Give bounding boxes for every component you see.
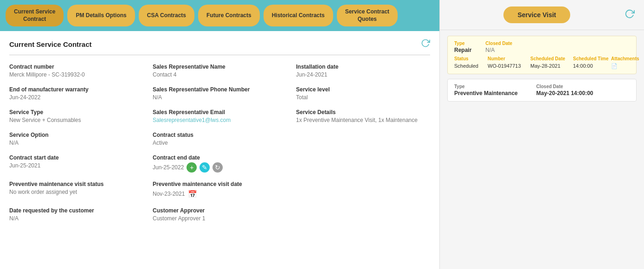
card1-table-row: Scheduled WO-01947713 May-28-2021 14:00:… xyxy=(454,63,630,69)
service-type-label: Service Type xyxy=(9,109,143,115)
sales-rep-phone-field: Sales Representative Phone Number N/A xyxy=(153,86,287,101)
card2-closed-date-value: May-20-2021 14:00:00 xyxy=(536,90,593,96)
content-area: Current Service Contract Contract number… xyxy=(0,31,439,269)
service-visit-button[interactable]: Service Visit xyxy=(503,6,570,23)
right-refresh-button[interactable] xyxy=(625,9,635,21)
right-header: Service Visit xyxy=(440,0,644,30)
tab-pm-details-options[interactable]: PM Details Options xyxy=(67,5,135,26)
card1-top-row: Type Repair Closed Date N/A xyxy=(454,41,630,53)
installation-date-value: Jun-24-2021 xyxy=(296,71,430,78)
tab-historical-contracts[interactable]: Historical Contracts xyxy=(264,5,333,26)
number-col-header: Number xyxy=(488,56,529,61)
service-option-field: Service Option N/A xyxy=(9,132,143,146)
pm-visit-date-actions: Nov-23-2021 📅 xyxy=(153,189,287,199)
contract-end-value: Jun-25-2022 xyxy=(153,164,184,171)
service-details-field: Service Details 1x Preventive Maintenanc… xyxy=(296,109,430,123)
contract-end-field: Contract end date Jun-25-2022 + ✎ ↻ xyxy=(153,154,287,173)
contract-number-field: Contract number Merck Millipore - SC-319… xyxy=(9,64,143,78)
sales-rep-email-field: Sales Representative Email Salesrepresen… xyxy=(153,109,287,123)
end-warranty-value: Jun-24-2022 xyxy=(9,94,143,101)
card1-closed-date-label: Closed Date xyxy=(485,41,512,46)
service-card-pm: Type Preventive Maintenance Closed Date … xyxy=(447,79,637,102)
service-details-label: Service Details xyxy=(296,109,430,115)
sales-rep-email-value[interactable]: Salesrepresentative1@lws.com xyxy=(153,117,287,123)
contract-start-label: Contract start date xyxy=(9,154,143,161)
tab-csa-contracts[interactable]: CSA Contracts xyxy=(139,5,194,26)
attachments-cell[interactable]: 📄 xyxy=(611,63,639,69)
pm-visit-status-label: Preventive maintenance visit status xyxy=(9,181,143,187)
section-refresh-button[interactable] xyxy=(421,38,430,50)
top-nav: Current Service Contract PM Details Opti… xyxy=(0,0,439,31)
card1-table-headers: Status Number Scheduled Date Scheduled T… xyxy=(454,56,630,61)
card2-closed-date-field: Closed Date May-20-2021 14:00:00 xyxy=(536,84,593,96)
customer-approver-field: Customer Approver Customer Approver 1 xyxy=(153,207,287,222)
installation-date-label: Installation date xyxy=(296,64,430,70)
contract-status-field: Contract status Active xyxy=(153,132,287,146)
service-details-value: 1x Preventive Maintenance Visit, 1x Main… xyxy=(296,117,430,123)
right-panel: Service Visit Type Repair Closed Date N/… xyxy=(440,0,644,269)
tab-future-contracts[interactable]: Future Contracts xyxy=(198,5,260,26)
contract-status-label: Contract status xyxy=(153,132,287,138)
end-warranty-field: End of manufacturer warranty Jun-24-2022 xyxy=(9,86,143,101)
date-requested-value: N/A xyxy=(9,215,143,222)
contract-status-value: Active xyxy=(153,140,287,146)
section-header: Current Service Contract xyxy=(9,38,430,55)
sales-rep-name-label: Sales Representative Name xyxy=(153,64,287,70)
sales-rep-name-value: Contact 4 xyxy=(153,71,287,78)
sales-rep-name-field: Sales Representative Name Contact 4 xyxy=(153,64,287,78)
pm-visit-date-label: Preventive maintenance visit date xyxy=(153,181,287,187)
card1-type-label: Type xyxy=(454,41,471,46)
sched-time-cell: 14:00:00 xyxy=(573,63,610,69)
card1-type-field: Type Repair xyxy=(454,41,471,53)
section-title: Current Service Contract xyxy=(9,40,92,48)
service-level-value: Total xyxy=(296,94,430,101)
installation-date-field: Installation date Jun-24-2021 xyxy=(296,64,430,78)
card1-closed-date-value: N/A xyxy=(485,47,512,53)
card2-row: Type Preventive Maintenance Closed Date … xyxy=(454,84,630,96)
number-cell: WO-01947713 xyxy=(488,63,529,69)
service-level-field: Service level Total xyxy=(296,86,430,101)
sched-date-cell: May-28-2021 xyxy=(530,63,572,69)
service-level-label: Service level xyxy=(296,86,430,93)
contract-number-label: Contract number xyxy=(9,64,143,70)
card2-closed-date-label: Closed Date xyxy=(536,84,593,89)
edit-icon-button[interactable]: ✎ xyxy=(200,162,210,173)
card2-type-value: Preventive Maintenance xyxy=(454,90,518,96)
card2-type-field: Type Preventive Maintenance xyxy=(454,84,518,96)
pm-visit-date-field: Preventive maintenance visit date Nov-23… xyxy=(153,181,287,199)
sched-date-col-header: Scheduled Date xyxy=(530,56,572,61)
service-card-repair: Type Repair Closed Date N/A Status Numbe… xyxy=(447,36,637,74)
pm-visit-status-value: No work order assigned yet xyxy=(9,189,143,195)
card1-type-value: Repair xyxy=(454,47,471,53)
pm-visit-date-value: Nov-23-2021 xyxy=(153,191,185,197)
sales-rep-phone-value: N/A xyxy=(153,94,287,101)
sales-rep-phone-label: Sales Representative Phone Number xyxy=(153,86,287,93)
card1-closed-date-field: Closed Date N/A xyxy=(485,41,512,53)
date-requested-label: Date requested by the customer xyxy=(9,207,143,214)
end-warranty-label: End of manufacturer warranty xyxy=(9,86,143,93)
status-cell: Scheduled xyxy=(454,63,487,69)
contract-end-label: Contract end date xyxy=(153,154,287,161)
card2-type-label: Type xyxy=(454,84,518,89)
sched-time-col-header: Scheduled Time xyxy=(573,56,610,61)
service-option-value: N/A xyxy=(9,140,143,146)
customer-approver-value: Customer Approver 1 xyxy=(153,215,287,222)
customer-approver-label: Customer Approver xyxy=(153,207,287,214)
service-type-field: Service Type New Service + Consumables xyxy=(9,109,143,123)
left-panel: Current Service Contract PM Details Opti… xyxy=(0,0,440,269)
right-content: Type Repair Closed Date N/A Status Numbe… xyxy=(440,30,644,107)
service-option-label: Service Option xyxy=(9,132,143,138)
contract-end-actions: Jun-25-2022 + ✎ ↻ xyxy=(153,162,287,173)
add-icon-button[interactable]: + xyxy=(187,162,197,173)
attachments-col-header: Attachments xyxy=(611,56,639,61)
tab-current-service-contract[interactable]: Current Service Contract xyxy=(6,5,64,26)
service-type-value: New Service + Consumables xyxy=(9,117,143,123)
fields-grid: Contract number Merck Millipore - SC-319… xyxy=(9,64,430,222)
sales-rep-email-label: Sales Representative Email xyxy=(153,109,287,115)
status-col-header: Status xyxy=(454,56,487,61)
tab-service-contract-quotes[interactable]: Service Contract Quotes xyxy=(337,5,398,26)
calendar-icon-button[interactable]: 📅 xyxy=(187,189,198,199)
contract-start-value: Jun-25-2021 xyxy=(9,162,143,169)
contract-number-value: Merck Millipore - SC-319932-0 xyxy=(9,71,143,78)
renew-icon-button[interactable]: ↻ xyxy=(213,162,223,173)
